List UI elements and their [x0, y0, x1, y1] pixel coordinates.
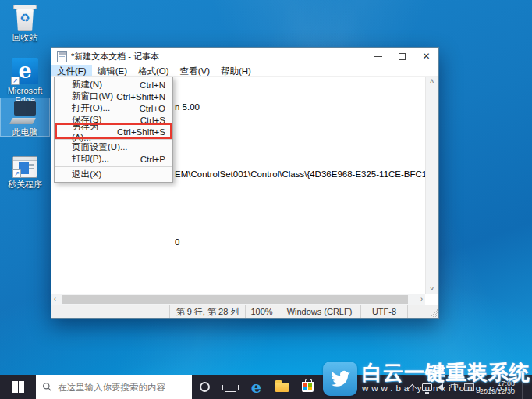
desktop-icon-this-pc[interactable]: 此电脑 — [1, 98, 49, 136]
cortana-button[interactable] — [192, 375, 218, 399]
minimize-icon — [374, 56, 382, 57]
shortcut-arrow-icon: ↗ — [11, 77, 20, 85]
search-input[interactable] — [58, 383, 186, 392]
statusbar: 第 9 行, 第 28 列 100% Windows (CRLF) UTF-8 — [51, 305, 438, 318]
show-desktop-button[interactable] — [522, 375, 526, 399]
resize-grip-icon[interactable] — [430, 309, 438, 317]
folder-icon — [275, 383, 289, 392]
maximize-icon — [399, 53, 406, 60]
windows-logo-icon — [12, 381, 24, 393]
menu-item-print[interactable]: 打印(P)...Ctrl+P — [55, 153, 172, 165]
touch-keyboard-icon[interactable] — [464, 383, 474, 391]
notepad-icon — [57, 51, 67, 62]
minimize-button[interactable] — [366, 48, 390, 65]
desktop-icon-label: 回收站 — [1, 33, 49, 42]
edge-icon: e — [251, 379, 261, 395]
tray-clock[interactable]: 17:08 2019/12/30 — [480, 379, 515, 395]
shortcut-arrow-icon: ↗ — [12, 169, 21, 178]
close-icon: ✕ — [422, 52, 430, 61]
document-text: n 5.00 EM\ControlSet001\Control\Class\{4… — [175, 79, 438, 294]
close-button[interactable]: ✕ — [414, 48, 438, 65]
network-icon[interactable] — [422, 383, 432, 391]
menu-item-open[interactable]: 打开(O)...Ctrl+O — [55, 102, 172, 114]
status-line-ending: Windows (CRLF) — [278, 305, 360, 318]
menu-item-new-window[interactable]: 新窗口(W)Ctrl+Shift+N — [55, 91, 172, 102]
menu-item-save-as[interactable]: 另存为(A)...Ctrl+Shift+S — [55, 126, 172, 137]
scrollbar-thumb[interactable] — [62, 295, 408, 304]
menu-edit[interactable]: 编辑(E) — [92, 65, 133, 76]
system-tray: 中 17:08 2019/12/30 — [410, 375, 532, 399]
window-title: *新建文本文档 - 记事本 — [71, 51, 366, 62]
cortana-icon — [200, 382, 210, 392]
desktop-icon-app-shortcut[interactable]: ↗ 秒关程序 — [1, 156, 49, 189]
desktop-icon-edge[interactable]: e ↗ Microsoft Edge — [1, 58, 49, 105]
taskbar: e ✉ 中 17:08 2019/12/30 — [0, 375, 532, 399]
ime-indicator[interactable]: 中 — [450, 383, 459, 391]
microsoft-store-button[interactable] — [295, 375, 321, 399]
this-pc-icon — [11, 101, 39, 126]
tray-date: 2019/12/30 — [480, 387, 515, 395]
desktop-icon-label: 此电脑 — [1, 127, 49, 137]
menu-file[interactable]: 文件(F) — [51, 65, 92, 76]
program-window-icon: ↗ — [12, 156, 37, 178]
menu-item-new[interactable]: 新建(N)Ctrl+N — [55, 79, 172, 91]
start-button[interactable] — [0, 375, 36, 399]
file-dropdown-menu: 新建(N)Ctrl+N 新窗口(W)Ctrl+Shift+N 打开(O)...C… — [54, 77, 173, 183]
titlebar[interactable]: *新建文本文档 - 记事本 ✕ — [51, 48, 438, 65]
menu-view[interactable]: 查看(V) — [175, 65, 215, 76]
horizontal-scrollbar[interactable]: ‹ › — [51, 294, 425, 305]
search-icon — [42, 382, 52, 392]
scroll-right-icon[interactable]: › — [420, 296, 423, 303]
mail-button[interactable]: ✉ — [321, 375, 346, 399]
taskbar-edge-button[interactable]: e — [243, 375, 269, 399]
desktop-icon-label: 秒关程序 — [1, 180, 49, 189]
task-view-icon — [225, 383, 236, 392]
edge-icon: e ↗ — [12, 58, 38, 84]
task-view-button[interactable] — [218, 375, 243, 399]
status-zoom: 100% — [245, 305, 278, 318]
menu-item-page-setup[interactable]: 页面设置(U)... — [55, 141, 172, 153]
store-icon — [302, 382, 314, 392]
desktop-background: ♻ 回收站 e ↗ Microsoft Edge 此电脑 ↗ 秒关程序 *新建文… — [0, 0, 532, 399]
notepad-window: *新建文本文档 - 记事本 ✕ 文件(F) 编辑(E) 格式(O) 查看(V) … — [51, 47, 439, 319]
mail-icon: ✉ — [328, 381, 339, 393]
vertical-scrollbar[interactable]: ˄ ˅ — [425, 77, 438, 294]
recycle-symbol-icon: ♻ — [13, 12, 37, 23]
file-explorer-button[interactable] — [269, 375, 295, 399]
recycle-bin-icon: ♻ — [13, 5, 37, 31]
menu-item-exit[interactable]: 退出(X) — [55, 169, 172, 180]
scroll-left-icon[interactable]: ‹ — [54, 296, 56, 303]
menu-format[interactable]: 格式(O) — [133, 65, 175, 76]
scroll-up-icon[interactable]: ˄ — [430, 78, 434, 85]
maximize-button[interactable] — [390, 48, 414, 65]
status-line-col: 第 9 行, 第 28 列 — [169, 305, 245, 318]
desktop-icon-recycle-bin[interactable]: ♻ 回收站 — [1, 5, 49, 42]
volume-icon[interactable] — [438, 383, 443, 391]
tray-time: 17:08 — [480, 379, 515, 387]
hidden-icons-chevron-icon[interactable] — [408, 383, 417, 392]
menu-help[interactable]: 帮助(H) — [215, 65, 257, 76]
scroll-down-icon[interactable]: ˅ — [430, 286, 434, 293]
menubar: 文件(F) 编辑(E) 格式(O) 查看(V) 帮助(H) — [51, 65, 438, 77]
taskbar-search[interactable] — [36, 375, 192, 399]
menu-separator — [55, 166, 172, 167]
status-encoding: UTF-8 — [360, 305, 407, 318]
